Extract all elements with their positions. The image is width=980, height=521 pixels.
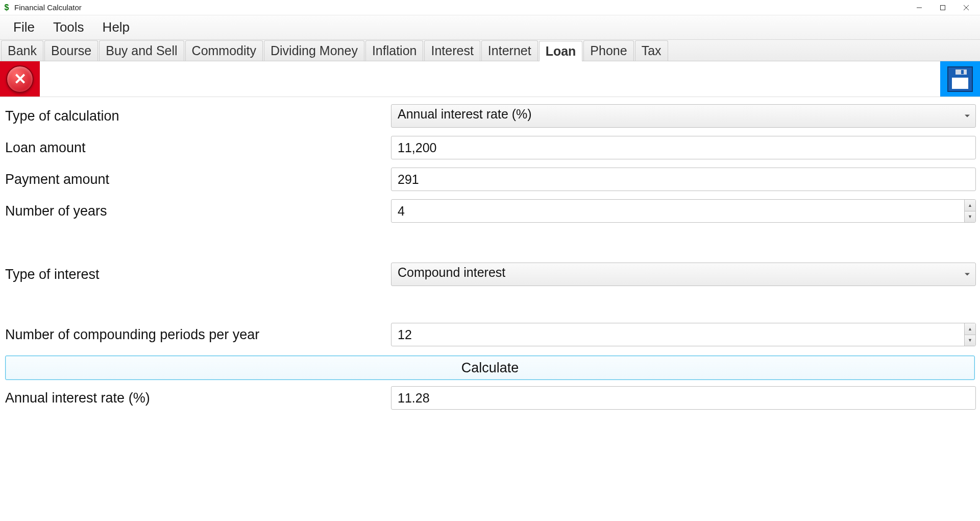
input-number-of-years[interactable] [391, 199, 976, 223]
label-result: Annual interest rate (%) [4, 390, 391, 406]
dropdown-type-of-interest[interactable]: Compound interest [391, 263, 976, 286]
calculate-button[interactable]: Calculate [5, 356, 975, 380]
titlebar: $ Financial Calculator [0, 0, 980, 15]
tab-internet[interactable]: Internet [481, 40, 538, 61]
periods-step-down[interactable]: ▼ [964, 335, 975, 346]
row-loan-amount: Loan amount [4, 133, 976, 162]
dropdown-type-of-calculation[interactable]: Annual interest rate (%) [391, 104, 976, 128]
row-compounding-periods: Number of compounding periods per year ▲… [4, 320, 976, 349]
label-type-of-calculation: Type of calculation [4, 108, 391, 124]
label-payment-amount: Payment amount [4, 172, 391, 187]
menu-help[interactable]: Help [93, 17, 139, 37]
tab-bank[interactable]: Bank [1, 40, 43, 61]
minimize-button[interactable] [908, 0, 931, 15]
form-area: Type of calculation Annual interest rate… [0, 97, 980, 419]
tabbar: Bank Bourse Buy and Sell Commodity Divid… [0, 40, 980, 61]
label-type-of-interest: Type of interest [4, 267, 391, 282]
row-result: Annual interest rate (%) [4, 383, 976, 413]
row-number-of-years: Number of years ▲ ▼ [4, 196, 976, 226]
save-icon [947, 66, 973, 92]
clear-button[interactable]: ✕ [0, 61, 40, 97]
tab-bourse[interactable]: Bourse [44, 40, 98, 61]
row-type-of-calculation: Type of calculation Annual interest rate… [4, 101, 976, 131]
output-annual-interest-rate[interactable] [391, 386, 976, 410]
tab-tax[interactable]: Tax [635, 40, 668, 61]
tab-phone[interactable]: Phone [583, 40, 633, 61]
app-icon: $ [2, 3, 11, 12]
input-payment-amount[interactable] [391, 168, 976, 191]
years-step-down[interactable]: ▼ [964, 211, 975, 223]
tab-dividing-money[interactable]: Dividing Money [264, 40, 364, 61]
svg-rect-1 [941, 5, 945, 10]
menu-tools[interactable]: Tools [44, 17, 93, 37]
row-payment-amount: Payment amount [4, 164, 976, 194]
label-loan-amount: Loan amount [4, 140, 391, 156]
save-button[interactable] [940, 61, 980, 97]
input-loan-amount[interactable] [391, 136, 976, 159]
actionbar: ✕ [0, 61, 980, 97]
row-type-of-interest: Type of interest Compound interest [4, 259, 976, 289]
periods-step-up[interactable]: ▲ [964, 323, 975, 335]
tab-interest[interactable]: Interest [424, 40, 480, 61]
tab-buy-and-sell[interactable]: Buy and Sell [99, 40, 184, 61]
close-button[interactable] [954, 0, 978, 15]
menubar: File Tools Help [0, 15, 980, 40]
input-compounding-periods[interactable] [391, 323, 976, 346]
menu-file[interactable]: File [4, 17, 44, 37]
tab-inflation[interactable]: Inflation [365, 40, 424, 61]
close-circle-icon: ✕ [6, 65, 34, 93]
label-number-of-years: Number of years [4, 203, 391, 219]
tab-commodity[interactable]: Commodity [185, 40, 263, 61]
tab-loan[interactable]: Loan [539, 41, 583, 61]
label-compounding-periods: Number of compounding periods per year [4, 327, 391, 343]
years-step-up[interactable]: ▲ [964, 200, 975, 211]
maximize-button[interactable] [931, 0, 954, 15]
window-title: Financial Calculator [14, 3, 82, 12]
